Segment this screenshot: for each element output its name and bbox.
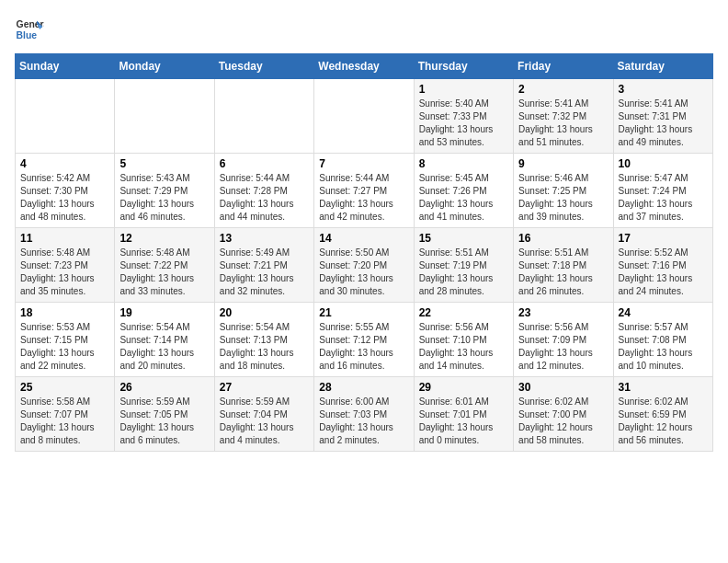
cell-content: Sunrise: 5:47 AM Sunset: 7:24 PM Dayligh… (619, 172, 708, 224)
day-number: 17 (619, 232, 708, 245)
day-number: 5 (119, 157, 209, 170)
day-number: 23 (518, 306, 608, 319)
calendar-cell: 22Sunrise: 5:56 AM Sunset: 7:10 PM Dayli… (414, 303, 513, 377)
calendar-cell (314, 79, 414, 154)
day-number: 21 (319, 306, 408, 319)
cell-content: Sunrise: 5:42 AM Sunset: 7:30 PM Dayligh… (20, 172, 109, 224)
calendar-cell (214, 79, 313, 154)
cell-content: Sunrise: 6:00 AM Sunset: 7:03 PM Dayligh… (319, 396, 408, 447)
cell-content: Sunrise: 5:59 AM Sunset: 7:04 PM Dayligh… (220, 396, 309, 447)
header-cell-friday: Friday (514, 54, 613, 79)
header-cell-monday: Monday (115, 54, 214, 79)
day-number: 25 (20, 381, 109, 394)
day-number: 19 (119, 306, 209, 319)
calendar-cell: 11Sunrise: 5:48 AM Sunset: 7:23 PM Dayli… (16, 228, 115, 303)
header-cell-thursday: Thursday (414, 54, 513, 79)
day-number: 13 (220, 232, 309, 245)
day-number: 27 (220, 381, 309, 394)
day-number: 7 (319, 157, 408, 170)
calendar-cell: 17Sunrise: 5:52 AM Sunset: 7:16 PM Dayli… (613, 228, 712, 303)
calendar-cell: 30Sunrise: 6:02 AM Sunset: 7:00 PM Dayli… (514, 377, 613, 452)
cell-content: Sunrise: 5:49 AM Sunset: 7:21 PM Dayligh… (220, 247, 309, 298)
cell-content: Sunrise: 6:01 AM Sunset: 7:01 PM Dayligh… (419, 396, 508, 447)
logo-icon: General Blue (15, 15, 44, 44)
calendar-cell: 25Sunrise: 5:58 AM Sunset: 7:07 PM Dayli… (16, 377, 115, 452)
day-number: 9 (518, 157, 608, 170)
day-number: 18 (20, 306, 109, 319)
cell-content: Sunrise: 5:56 AM Sunset: 7:09 PM Dayligh… (518, 321, 608, 373)
cell-content: Sunrise: 5:51 AM Sunset: 7:19 PM Dayligh… (419, 247, 508, 298)
week-row-3: 11Sunrise: 5:48 AM Sunset: 7:23 PM Dayli… (16, 228, 713, 303)
header-cell-sunday: Sunday (16, 54, 115, 79)
calendar-body: 1Sunrise: 5:40 AM Sunset: 7:33 PM Daylig… (16, 79, 713, 452)
day-number: 3 (619, 83, 708, 96)
day-number: 2 (518, 83, 608, 96)
calendar-cell (115, 79, 214, 154)
calendar-table: SundayMondayTuesdayWednesdayThursdayFrid… (15, 53, 713, 452)
calendar-cell: 8Sunrise: 5:45 AM Sunset: 7:26 PM Daylig… (414, 154, 513, 228)
day-number: 10 (619, 157, 708, 170)
day-number: 26 (119, 381, 209, 394)
calendar-cell: 7Sunrise: 5:44 AM Sunset: 7:27 PM Daylig… (314, 154, 414, 228)
calendar-cell: 4Sunrise: 5:42 AM Sunset: 7:30 PM Daylig… (16, 154, 115, 228)
cell-content: Sunrise: 5:48 AM Sunset: 7:22 PM Dayligh… (119, 247, 209, 298)
cell-content: Sunrise: 5:43 AM Sunset: 7:29 PM Dayligh… (119, 172, 209, 224)
calendar-cell: 15Sunrise: 5:51 AM Sunset: 7:19 PM Dayli… (414, 228, 513, 303)
calendar-cell: 13Sunrise: 5:49 AM Sunset: 7:21 PM Dayli… (214, 228, 313, 303)
cell-content: Sunrise: 5:46 AM Sunset: 7:25 PM Dayligh… (518, 172, 608, 224)
calendar-cell: 9Sunrise: 5:46 AM Sunset: 7:25 PM Daylig… (514, 154, 613, 228)
logo: General Blue (15, 15, 44, 44)
calendar-cell: 19Sunrise: 5:54 AM Sunset: 7:14 PM Dayli… (115, 303, 214, 377)
day-number: 11 (20, 232, 109, 245)
cell-content: Sunrise: 5:59 AM Sunset: 7:05 PM Dayligh… (119, 396, 209, 447)
cell-content: Sunrise: 5:57 AM Sunset: 7:08 PM Dayligh… (619, 321, 708, 373)
calendar-cell: 18Sunrise: 5:53 AM Sunset: 7:15 PM Dayli… (16, 303, 115, 377)
day-number: 8 (419, 157, 508, 170)
day-number: 30 (518, 381, 608, 394)
calendar-cell: 31Sunrise: 6:02 AM Sunset: 6:59 PM Dayli… (613, 377, 712, 452)
calendar-cell: 12Sunrise: 5:48 AM Sunset: 7:22 PM Dayli… (115, 228, 214, 303)
day-number: 24 (619, 306, 708, 319)
week-row-2: 4Sunrise: 5:42 AM Sunset: 7:30 PM Daylig… (16, 154, 713, 228)
page-header: General Blue (15, 15, 713, 44)
calendar-cell: 29Sunrise: 6:01 AM Sunset: 7:01 PM Dayli… (414, 377, 513, 452)
week-row-1: 1Sunrise: 5:40 AM Sunset: 7:33 PM Daylig… (16, 79, 713, 154)
svg-text:Blue: Blue (17, 30, 38, 40)
cell-content: Sunrise: 5:48 AM Sunset: 7:23 PM Dayligh… (20, 247, 109, 298)
calendar-cell: 23Sunrise: 5:56 AM Sunset: 7:09 PM Dayli… (514, 303, 613, 377)
day-number: 22 (419, 306, 508, 319)
day-number: 1 (419, 83, 508, 96)
cell-content: Sunrise: 5:45 AM Sunset: 7:26 PM Dayligh… (419, 172, 508, 224)
day-number: 12 (119, 232, 209, 245)
cell-content: Sunrise: 5:41 AM Sunset: 7:32 PM Dayligh… (518, 98, 608, 149)
calendar-cell: 3Sunrise: 5:41 AM Sunset: 7:31 PM Daylig… (613, 79, 712, 154)
day-number: 31 (619, 381, 708, 394)
cell-content: Sunrise: 6:02 AM Sunset: 6:59 PM Dayligh… (619, 396, 708, 447)
day-number: 29 (419, 381, 508, 394)
calendar-header: SundayMondayTuesdayWednesdayThursdayFrid… (16, 54, 713, 79)
week-row-5: 25Sunrise: 5:58 AM Sunset: 7:07 PM Dayli… (16, 377, 713, 452)
day-number: 20 (220, 306, 309, 319)
day-number: 28 (319, 381, 408, 394)
cell-content: Sunrise: 5:54 AM Sunset: 7:13 PM Dayligh… (220, 321, 309, 373)
calendar-cell: 2Sunrise: 5:41 AM Sunset: 7:32 PM Daylig… (514, 79, 613, 154)
cell-content: Sunrise: 5:51 AM Sunset: 7:18 PM Dayligh… (518, 247, 608, 298)
calendar-cell: 28Sunrise: 6:00 AM Sunset: 7:03 PM Dayli… (314, 377, 414, 452)
calendar-cell: 24Sunrise: 5:57 AM Sunset: 7:08 PM Dayli… (613, 303, 712, 377)
cell-content: Sunrise: 5:56 AM Sunset: 7:10 PM Dayligh… (419, 321, 508, 373)
day-number: 14 (319, 232, 408, 245)
header-cell-tuesday: Tuesday (214, 54, 313, 79)
day-number: 16 (518, 232, 608, 245)
header-row: SundayMondayTuesdayWednesdayThursdayFrid… (16, 54, 713, 79)
calendar-cell: 26Sunrise: 5:59 AM Sunset: 7:05 PM Dayli… (115, 377, 214, 452)
calendar-cell: 10Sunrise: 5:47 AM Sunset: 7:24 PM Dayli… (613, 154, 712, 228)
cell-content: Sunrise: 5:55 AM Sunset: 7:12 PM Dayligh… (319, 321, 408, 373)
calendar-cell: 5Sunrise: 5:43 AM Sunset: 7:29 PM Daylig… (115, 154, 214, 228)
day-number: 6 (220, 157, 309, 170)
calendar-cell: 1Sunrise: 5:40 AM Sunset: 7:33 PM Daylig… (414, 79, 513, 154)
cell-content: Sunrise: 5:44 AM Sunset: 7:28 PM Dayligh… (220, 172, 309, 224)
calendar-cell: 20Sunrise: 5:54 AM Sunset: 7:13 PM Dayli… (214, 303, 313, 377)
day-number: 15 (419, 232, 508, 245)
day-number: 4 (20, 157, 109, 170)
cell-content: Sunrise: 5:52 AM Sunset: 7:16 PM Dayligh… (619, 247, 708, 298)
